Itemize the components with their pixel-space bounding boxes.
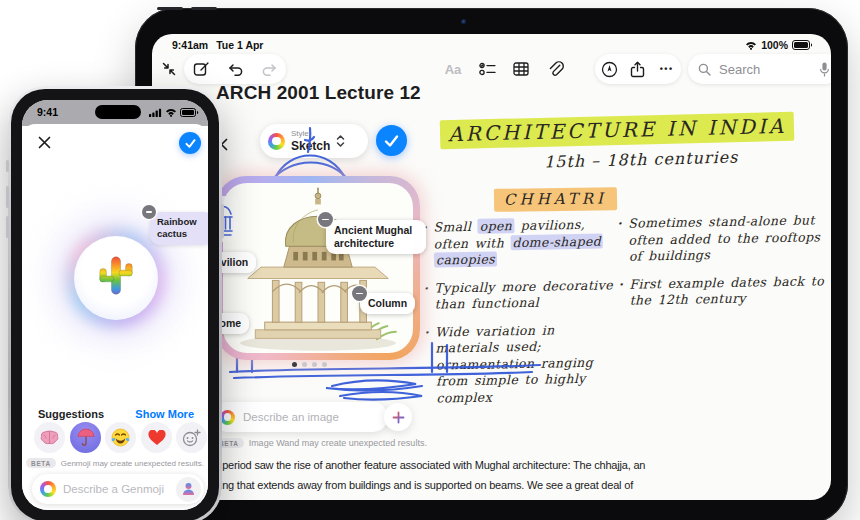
- markup-icon: [601, 61, 618, 78]
- battery-percent: 100%: [761, 39, 788, 51]
- genmoji-description-tag[interactable]: Rainbow cactus: [150, 212, 208, 245]
- beta-text: Genmoji may create unexpected results.: [61, 459, 204, 468]
- remove-genmoji-tag-button[interactable]: [142, 205, 156, 219]
- typed-line-2: ning that extends away from buildings an…: [214, 475, 645, 495]
- wand-beta-note: BETA Image Wand may create unexpected re…: [214, 438, 427, 448]
- suggestions-title: Suggestions: [38, 408, 104, 420]
- genmoji-confirm-button[interactable]: [179, 132, 201, 154]
- new-genmoji-button[interactable]: [176, 422, 207, 453]
- share-icon: [630, 61, 645, 78]
- signal-icon: [149, 108, 162, 117]
- umbrella-icon: [77, 428, 95, 447]
- table-icon: [513, 62, 529, 76]
- volume-up-button: [6, 186, 9, 208]
- wifi-icon: [745, 41, 757, 50]
- bullet-stand-alone: Sometimes stand-alone but often added to…: [617, 212, 830, 265]
- undo-icon: [227, 62, 244, 77]
- heart-icon: [148, 430, 166, 446]
- compose-button[interactable]: [188, 56, 214, 82]
- ipad-volume-button: [157, 7, 183, 10]
- redo-button[interactable]: [256, 56, 282, 82]
- mic-icon[interactable]: [819, 62, 830, 77]
- handwritten-right-column: Sometimes stand-alone but often added to…: [617, 212, 831, 320]
- edit-toolbar-pill: [184, 54, 286, 84]
- iphone-status-icons: [149, 108, 199, 117]
- pager-dot[interactable]: [312, 362, 317, 367]
- battery-icon: [792, 40, 813, 50]
- suggestion-heart-emoji[interactable]: [141, 422, 172, 453]
- ipad-camera: [461, 19, 467, 25]
- markup-button[interactable]: [596, 56, 622, 82]
- laughing-face-icon: [111, 428, 130, 447]
- remove-tag-ancient-button[interactable]: [318, 212, 333, 227]
- note-title: ARCH 2001 Lecture 12: [216, 82, 421, 104]
- text-style-button[interactable]: Aa: [440, 56, 466, 82]
- search-input[interactable]: [717, 61, 813, 78]
- brain-icon: [40, 430, 59, 445]
- minus-icon: [322, 219, 329, 221]
- iphone-device: 9:41: [8, 86, 222, 520]
- suggestion-brain-emoji[interactable]: [34, 422, 65, 453]
- iphone-status-time: 9:41: [37, 106, 58, 118]
- person-picker-button[interactable]: [176, 477, 201, 502]
- plus-icon: [392, 411, 405, 424]
- collapse-toolbar-button[interactable]: [156, 56, 182, 82]
- status-time: 9:41am: [172, 39, 208, 51]
- attachment-button[interactable]: [542, 56, 568, 82]
- add-description-button[interactable]: [384, 403, 412, 431]
- tag-column[interactable]: Column: [360, 293, 415, 314]
- tag-ancient-mughal[interactable]: Ancient Mughal architecture: [326, 220, 426, 254]
- beta-badge: BETA: [26, 458, 56, 468]
- minus-icon: [356, 293, 363, 295]
- show-more-link[interactable]: Show More: [135, 408, 194, 420]
- remove-tag-column-button[interactable]: [352, 286, 367, 301]
- wifi-icon: [165, 108, 177, 117]
- ipad-device: 9:41amTue 1 Apr 100%: [135, 8, 848, 520]
- checklist-button[interactable]: [474, 56, 500, 82]
- text-style-icon: Aa: [445, 62, 462, 77]
- result-pager[interactable]: [292, 362, 327, 367]
- handwritten-subtitle: 15th – 18th centuries: [544, 147, 739, 171]
- share-button[interactable]: [625, 56, 651, 82]
- typed-paragraph: s period saw the rise of another feature…: [214, 455, 645, 495]
- pager-dot[interactable]: [302, 362, 307, 367]
- ipad-status-bar: 9:41amTue 1 Apr: [172, 39, 271, 51]
- describe-genmoji-input[interactable]: [61, 482, 171, 496]
- genmoji-close-button[interactable]: [34, 132, 54, 152]
- redo-icon: [261, 62, 278, 77]
- suggestion-laughing-emoji[interactable]: [105, 422, 136, 453]
- collapse-icon: [161, 61, 177, 77]
- undo-button[interactable]: [222, 56, 248, 82]
- image-playground-icon: [220, 410, 235, 425]
- suggestion-umbrella-emoji-selected[interactable]: [70, 422, 101, 453]
- search-icon: [698, 63, 711, 76]
- tools-pill: •••: [595, 54, 681, 84]
- action-button: [6, 160, 9, 172]
- pager-dot[interactable]: [322, 362, 327, 367]
- bullet-first-example: First example dates back to the 12th cen…: [618, 273, 831, 310]
- ipad-status-right: 100%: [745, 39, 813, 51]
- typed-line-1: s period saw the rise of another feature…: [214, 455, 645, 475]
- close-icon: [37, 135, 52, 150]
- genmoji-rainbow-icon: [40, 481, 56, 497]
- table-button[interactable]: [508, 56, 534, 82]
- wand-describe-field[interactable]: [212, 402, 388, 432]
- more-button[interactable]: •••: [654, 56, 680, 82]
- compose-icon: [193, 61, 210, 78]
- genmoji-beta-note: BETA Genmoji may create unexpected resul…: [22, 458, 208, 468]
- format-toolbar: Aa: [440, 54, 568, 84]
- iphone-screen: 9:41: [22, 100, 208, 510]
- beta-text: Image Wand may create unexpected results…: [249, 438, 427, 448]
- power-button: [221, 204, 224, 238]
- genmoji-describe-field[interactable]: [32, 474, 204, 504]
- person-icon: [182, 482, 195, 496]
- new-genmoji-icon: [182, 429, 201, 447]
- confirm-check-icon: [185, 139, 196, 148]
- pager-dot-active[interactable]: [292, 362, 297, 367]
- dynamic-island: [95, 105, 141, 119]
- describe-image-input[interactable]: [241, 410, 380, 424]
- more-icon: •••: [660, 64, 674, 74]
- rainbow-cactus-emoji: [96, 250, 136, 302]
- search-field[interactable]: [688, 54, 831, 84]
- minus-icon: [146, 211, 152, 212]
